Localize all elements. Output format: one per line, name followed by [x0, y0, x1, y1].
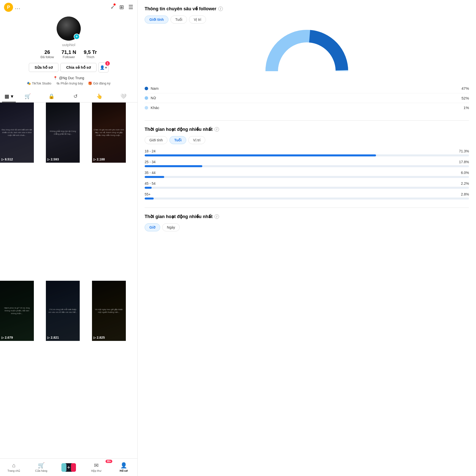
activity-title-1: Thời gian hoạt động nhiều nhất i	[145, 127, 469, 132]
plus-icon: +	[67, 464, 70, 471]
home-icon: ⌂	[12, 462, 15, 469]
top-bar-left: P ...	[4, 3, 21, 12]
bar-range-55plus: 55+	[145, 192, 151, 196]
activity-title-2: Thời gian hoạt động nhiều nhất i	[145, 214, 469, 219]
video-thumb-6[interactable]: Và một ngày trao giờ gặp được một người …	[92, 281, 126, 341]
half-donut-svg	[264, 29, 349, 79]
play-icon-1: ▷	[2, 158, 4, 161]
menu-icon[interactable]: ☰	[128, 4, 133, 11]
action-row: Sửa hồ sơ Chia sẻ hồ sơ 👤+ 1	[29, 62, 109, 72]
home-label: Trang chủ	[8, 469, 20, 472]
age-bar-list: 18 - 24 71.3% 25 - 34 17.8% 35 - 44	[145, 149, 469, 200]
profile-label: Hồ sơ	[120, 469, 128, 472]
add-friend-badge: 1	[105, 61, 110, 66]
avatar-wrap: +	[57, 17, 81, 41]
bar-18-24: 18 - 24 71.3%	[145, 149, 469, 156]
subscription-icon: 🎁	[88, 81, 92, 85]
tab-age-2[interactable]: Tuổi	[169, 136, 186, 144]
studio-icon: 🎭	[27, 81, 31, 85]
tiktok-studio-link[interactable]: 🎭 TikTok Studio	[27, 81, 51, 85]
tab-gender[interactable]: Giới tính	[145, 16, 168, 24]
bar-track-25-34	[145, 165, 469, 167]
divider-2	[145, 208, 469, 208]
add-friend-icon: 👤+	[100, 65, 107, 70]
info-icon-1[interactable]: i	[218, 7, 223, 11]
tab-lock[interactable]: 🔒	[40, 91, 63, 102]
bar-range-25-34: 25 - 34	[145, 160, 156, 164]
likes-count: 9,5 Tr	[84, 49, 97, 55]
share-profile-button[interactable]: Chia sẻ hồ sơ	[60, 63, 97, 72]
nav-create[interactable]: +	[55, 463, 82, 472]
shop-icon: 🛒	[38, 462, 45, 469]
bar-pct-45-54: 2.2%	[461, 181, 469, 185]
tab-repost[interactable]: ↺	[64, 91, 87, 102]
content-tabs: ▦ ▾ 🛒 🔒 ↺ 👆 🤍	[0, 91, 137, 103]
legend-item-khac: Khác 1%	[145, 103, 469, 112]
bio-handle-row: 📍 @Ng Duc Trung	[53, 76, 84, 80]
bar-pct-55plus: 2.8%	[461, 192, 469, 196]
bar-track-35-44	[145, 176, 469, 178]
play-icon-6: ▷	[93, 336, 96, 339]
play-count-6: ▷ 2.825	[93, 336, 105, 339]
play-count-4: ▷ 2.679	[2, 336, 13, 339]
info-icon-3[interactable]: i	[215, 214, 219, 219]
tab-location-2[interactable]: Vị trí	[188, 136, 205, 144]
profile-section: + uutphiol 26 Đã follow 71,1 N Follower …	[0, 15, 137, 88]
nav-profile[interactable]: 👤 Hồ sơ	[110, 461, 137, 474]
tab-group-3: Giờ Ngày	[145, 223, 469, 231]
bar-fill-25-34	[145, 165, 202, 167]
bar-55plus: 55+ 2.8%	[145, 192, 469, 200]
shop-label: Cửa hàng	[35, 469, 47, 472]
edit-profile-button[interactable]: Sửa hồ sơ	[29, 63, 58, 72]
tab-liked[interactable]: 🤍	[112, 91, 135, 102]
video-thumb-4[interactable]: Hạnh phúc là gì? Vô tư, lòng không muốn …	[0, 281, 34, 341]
showcase-link[interactable]: 🛍 Phần trưng bày	[56, 81, 83, 85]
nav-inbox[interactable]: ✉ 99+ Hộp thư	[82, 461, 110, 474]
follower-count: 71,1 N	[61, 49, 76, 55]
add-friend-button[interactable]: 👤+ 1	[99, 62, 109, 72]
likes-label: Thích	[86, 55, 94, 59]
nav-home[interactable]: ⌂ Trang chủ	[0, 461, 28, 474]
subscription-link[interactable]: 🎁 Gói đăng ký	[88, 81, 110, 85]
activity-section-1: Thời gian hoạt động nhiều nhất i Giới tí…	[145, 127, 469, 200]
tab-shop[interactable]: 🛒	[16, 91, 40, 102]
check-icon[interactable]: ✓	[111, 4, 115, 10]
stat-likes: 9,5 Tr Thích	[84, 49, 97, 59]
inbox-label: Hộp thư	[91, 469, 101, 472]
bar-header-45-54: 45 - 54 2.2%	[145, 181, 469, 185]
create-button[interactable]: +	[63, 463, 74, 472]
notification-dot	[114, 4, 116, 6]
tab-videos[interactable]: ▦ ▾	[2, 91, 16, 102]
bar-header-55plus: 55+ 2.8%	[145, 192, 469, 196]
video-text-5: Chị cà còng trời mỗi tươi được em vào và…	[48, 308, 78, 314]
showcase-icon: 🛍	[56, 81, 60, 85]
bookmark-icon[interactable]: ⊞	[119, 4, 124, 11]
showcase-label: Phần trưng bày	[61, 81, 83, 85]
gender-legend: Nam 47% Nữ 52% Khác 1%	[145, 84, 469, 112]
play-count-3: ▷ 2.188	[93, 157, 105, 161]
tab-tagged[interactable]: 👆	[87, 91, 111, 102]
bar-45-54: 45 - 54 2.2%	[145, 181, 469, 189]
avatar-plus-button[interactable]: +	[74, 34, 80, 40]
follower-info-section: Thông tin chuyên sâu về follower i Giới …	[145, 6, 469, 112]
tab-gender-2[interactable]: Giới tính	[145, 136, 167, 144]
info-icon-2[interactable]: i	[215, 127, 219, 132]
video-thumb-3[interactable]: Chạc cô gái ma anh yêu luôn xinh đẹp, vu…	[92, 103, 126, 163]
video-thumb-5[interactable]: Chị cà còng trời mỗi tươi được em vào và…	[46, 281, 80, 341]
legend-dot-nam	[145, 87, 148, 90]
bar-pct-35-44: 6.0%	[461, 171, 469, 175]
video-text-3: Chạc cô gái ma anh yêu luôn xinh đẹp, vu…	[93, 128, 124, 137]
bar-header-35-44: 35 - 44 6.0%	[145, 171, 469, 175]
video-thumb-2[interactable]: Không phải lòng hài rội Cùng chẳng phải …	[46, 103, 80, 163]
nav-shop[interactable]: 🛒 Cửa hàng	[28, 461, 55, 474]
left-panel: P ... ✓ ⊞ ☰ + uutphiol 26 Đã follow	[0, 0, 138, 476]
video-text-6: Và một ngày trao giờ gặp được một người …	[93, 308, 124, 314]
follower-info-title: Thông tin chuyên sâu về follower i	[145, 6, 469, 12]
divider-1	[145, 120, 469, 121]
video-thumb-1[interactable]: Đau lòng chút rồi anh biết anh đơi khiến…	[0, 103, 34, 163]
tab-day[interactable]: Ngày	[162, 223, 180, 231]
tab-age[interactable]: Tuổi	[170, 16, 187, 24]
premium-badge: P	[4, 3, 13, 12]
tab-hour[interactable]: Giờ	[145, 223, 160, 231]
tab-location[interactable]: Vị trí	[189, 16, 206, 24]
